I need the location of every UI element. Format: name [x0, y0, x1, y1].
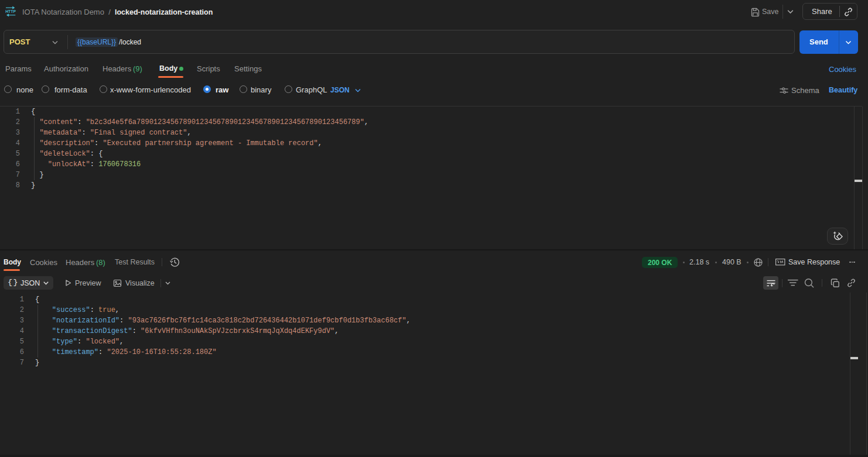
- svg-text:HTTP: HTTP: [5, 9, 16, 14]
